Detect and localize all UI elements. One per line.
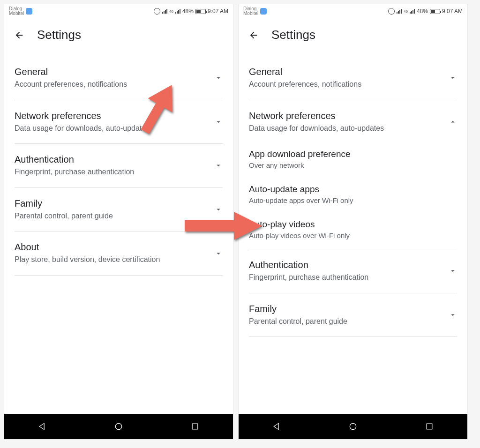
row-title: Authentication	[15, 154, 210, 165]
row-title: General	[15, 67, 210, 77]
subrow-auto-play-videos[interactable]: Auto-play videos Auto-play videos over W…	[239, 212, 467, 247]
eye-care-icon	[154, 8, 160, 15]
phone-right: Dialog Mobitel 46 48% 9:07 AM Settings G…	[238, 4, 468, 440]
subrow-auto-update-apps[interactable]: Auto-update apps Auto-update apps over W…	[239, 177, 467, 212]
divider	[15, 100, 223, 100]
subrow-title: Auto-update apps	[249, 184, 457, 194]
row-general[interactable]: General Account preferences, notificatio…	[4, 58, 233, 98]
eye-care-icon	[388, 8, 395, 15]
svg-rect-5	[427, 424, 432, 429]
divider	[249, 100, 457, 100]
svg-point-0	[115, 423, 121, 429]
divider	[249, 336, 457, 337]
row-network-preferences[interactable]: Network preferences Data usage for downl…	[4, 102, 233, 142]
row-title: Network preferences	[249, 111, 444, 121]
chevron-down-icon	[214, 249, 223, 258]
row-subtitle: Account preferences, notifications	[249, 79, 444, 90]
subrow-title: App download preference	[249, 149, 457, 159]
app-header: Settings	[4, 18, 233, 53]
notification-icon	[26, 8, 32, 15]
subrow-app-download-preference[interactable]: App download preference Over any network	[239, 142, 467, 177]
triangle-back-icon	[272, 422, 281, 431]
svg-point-4	[350, 423, 356, 429]
status-bar: Dialog Mobitel 46 48% 9:07 AM	[239, 4, 467, 18]
chevron-down-icon	[214, 205, 223, 214]
carrier-2: Mobitel	[243, 11, 258, 16]
subrow-title: Auto-play videos	[249, 219, 457, 230]
nav-home-button[interactable]	[109, 417, 128, 436]
page-title: Settings	[271, 28, 315, 42]
battery-percent: 48%	[417, 8, 428, 15]
chevron-down-icon	[214, 74, 223, 82]
android-nav-bar	[4, 414, 233, 439]
page-title: Settings	[37, 28, 81, 42]
divider	[15, 275, 223, 276]
row-network-preferences[interactable]: Network preferences Data usage for downl…	[239, 102, 467, 142]
row-subtitle: Play store, build version, device certif…	[15, 254, 210, 265]
clock: 9:07 AM	[442, 8, 463, 15]
triangle-back-icon	[38, 422, 47, 431]
signal-4g-label: 46	[404, 9, 408, 14]
chevron-down-icon	[449, 74, 457, 82]
battery-percent: 48%	[182, 8, 194, 15]
signal-4g-label: 46	[169, 9, 173, 14]
settings-list: General Account preferences, notificatio…	[239, 53, 467, 414]
row-subtitle: Data usage for downloads, auto-updates	[15, 123, 210, 134]
status-bar: Dialog Mobitel 46 48% 9:07 AM	[4, 4, 233, 18]
divider	[15, 143, 223, 144]
divider	[249, 249, 457, 249]
circle-home-icon	[114, 422, 123, 431]
back-button[interactable]	[247, 29, 260, 42]
row-title: Family	[15, 198, 210, 209]
chevron-up-icon	[449, 118, 457, 126]
row-title: About	[15, 242, 210, 253]
row-title: Authentication	[249, 260, 444, 270]
subrow-subtitle: Auto-update apps over Wi-Fi only	[249, 196, 457, 204]
settings-list: General Account preferences, notificatio…	[4, 53, 233, 414]
signal-icon-2	[410, 9, 415, 14]
battery-icon	[195, 9, 206, 14]
row-subtitle: Account preferences, notifications	[15, 79, 210, 90]
nav-home-button[interactable]	[344, 417, 362, 436]
back-button[interactable]	[13, 29, 26, 42]
back-arrow-icon	[248, 30, 259, 40]
notification-icon	[260, 8, 267, 15]
row-title: Network preferences	[15, 111, 210, 121]
square-recent-icon	[190, 422, 200, 431]
carrier-2: Mobitel	[9, 11, 24, 16]
row-authentication[interactable]: Authentication Fingerprint, purchase aut…	[239, 251, 467, 291]
signal-icon-1	[162, 9, 167, 14]
svg-rect-1	[192, 424, 198, 429]
row-subtitle: Parental control, parent guide	[249, 316, 444, 327]
row-family[interactable]: Family Parental control, parent guide	[239, 295, 467, 335]
chevron-down-icon	[449, 311, 457, 319]
nav-back-button[interactable]	[267, 417, 286, 436]
divider	[15, 231, 223, 231]
nav-recent-button[interactable]	[420, 417, 439, 436]
row-title: General	[249, 67, 444, 77]
row-subtitle: Fingerprint, purchase authentication	[249, 272, 444, 283]
chevron-down-icon	[214, 161, 223, 170]
nav-back-button[interactable]	[33, 417, 52, 436]
row-title: Family	[249, 304, 444, 314]
phone-left: Dialog Mobitel 46 48% 9:07 AM Settings G…	[4, 4, 233, 440]
chevron-down-icon	[214, 118, 223, 126]
android-nav-bar	[239, 414, 467, 439]
row-subtitle: Parental control, parent guide	[15, 211, 210, 221]
divider	[249, 293, 457, 293]
back-arrow-icon	[14, 30, 24, 40]
square-recent-icon	[425, 422, 434, 431]
battery-icon	[430, 9, 440, 14]
subrow-subtitle: Auto-play videos over Wi-Fi only	[249, 231, 457, 239]
clock: 9:07 AM	[208, 8, 228, 15]
circle-home-icon	[348, 422, 358, 431]
row-subtitle: Fingerprint, purchase authentication	[15, 167, 210, 177]
row-about[interactable]: About Play store, build version, device …	[4, 233, 233, 273]
divider	[15, 187, 223, 188]
subrow-subtitle: Over any network	[249, 161, 457, 169]
nav-recent-button[interactable]	[186, 417, 204, 436]
row-family[interactable]: Family Parental control, parent guide	[4, 190, 233, 230]
row-general[interactable]: General Account preferences, notificatio…	[239, 58, 467, 98]
signal-icon-1	[397, 9, 402, 14]
row-authentication[interactable]: Authentication Fingerprint, purchase aut…	[4, 146, 233, 186]
